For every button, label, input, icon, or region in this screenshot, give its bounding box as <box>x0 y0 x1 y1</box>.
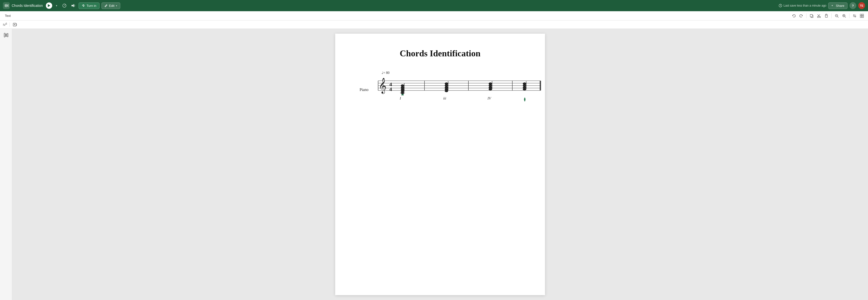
chord-label-iii: iii <box>443 96 446 100</box>
svg-rect-33 <box>862 16 864 18</box>
save-indicator: Last save less than a minute ago <box>779 4 826 7</box>
toolbar-divider-2 <box>831 13 832 18</box>
svg-rect-31 <box>862 14 864 15</box>
main-content: Chords Identification ♩= 80 Piano <box>12 29 868 300</box>
turn-in-button[interactable]: Turn in <box>79 2 99 9</box>
zoom-out-button[interactable] <box>834 13 840 19</box>
toolbar-divider-3 <box>849 13 849 18</box>
share-label: Share <box>836 4 844 7</box>
svg-rect-3 <box>8 4 8 7</box>
svg-point-78 <box>523 82 526 85</box>
main-layout: Chords Identification ♩= 80 Piano <box>0 29 868 300</box>
svg-point-59 <box>401 85 404 87</box>
save-text: Last save less than a minute ago <box>783 4 826 7</box>
left-sidebar <box>0 29 12 300</box>
svg-rect-18 <box>826 14 827 15</box>
staff-svg-wrapper[interactable]: 𝄞 4 4 <box>371 76 541 104</box>
edit-chevron-icon: ▾ <box>116 4 117 7</box>
delete-icon[interactable] <box>12 22 18 27</box>
undo-button[interactable] <box>790 13 797 19</box>
svg-point-61 <box>401 92 404 94</box>
play-button[interactable] <box>46 2 52 9</box>
chord-labels-area: I iii IV <box>371 96 541 104</box>
svg-line-23 <box>845 16 846 18</box>
top-navigation: Chords Identification ▾ Turn in Edit ▾ <box>0 0 868 11</box>
sheet-title: Chords Identification <box>355 48 526 59</box>
main-toolbar: Text <box>0 11 868 21</box>
avatar[interactable]: TE <box>858 2 865 9</box>
svg-rect-12 <box>810 14 812 17</box>
chord-notation-label[interactable]: IV6 <box>3 23 7 27</box>
svg-rect-41 <box>7 33 8 37</box>
svg-rect-2 <box>7 5 7 7</box>
mixer-icon[interactable] <box>851 13 858 19</box>
svg-marker-4 <box>48 4 50 7</box>
svg-rect-30 <box>860 14 862 15</box>
svg-point-68 <box>445 82 448 85</box>
sec-divider <box>9 23 10 27</box>
sheet-page: Chords Identification ♩= 80 Piano <box>335 34 545 295</box>
tempo-marking: ♩= 80 <box>381 71 390 75</box>
toolbar-divider-1 <box>806 13 807 18</box>
unknown-chord-marker <box>522 97 527 102</box>
svg-line-20 <box>837 16 838 18</box>
svg-text:𝄞: 𝄞 <box>379 78 387 94</box>
playback-options-chevron[interactable]: ▾ <box>54 3 59 8</box>
svg-rect-32 <box>860 16 862 18</box>
music-area: ♩= 80 Piano 𝄞 <box>360 71 526 104</box>
svg-point-29 <box>855 16 856 17</box>
edit-label: Edit <box>109 4 115 7</box>
svg-point-73 <box>489 82 492 85</box>
audio-icon[interactable] <box>70 2 76 9</box>
turn-in-label: Turn in <box>87 4 96 7</box>
zoom-in-button[interactable] <box>841 13 847 19</box>
edit-button[interactable]: Edit ▾ <box>101 2 120 9</box>
app-logo[interactable] <box>3 2 10 9</box>
avatar-initials: TE <box>860 4 863 7</box>
help-button[interactable]: ? <box>849 2 856 9</box>
staff-svg: 𝄞 4 4 <box>371 76 541 95</box>
secondary-toolbar: IV6 <box>0 21 868 29</box>
sidebar-tools-icon[interactable] <box>2 31 10 39</box>
svg-rect-40 <box>6 34 7 36</box>
text-tool-label[interactable]: Text <box>3 13 13 19</box>
cut-button[interactable] <box>816 13 822 19</box>
chord-label-IV: IV <box>488 96 491 100</box>
paste-button[interactable] <box>823 13 830 19</box>
svg-point-16 <box>819 16 821 18</box>
staff-container: Piano 𝄞 4 4 <box>360 76 541 104</box>
svg-text:+: + <box>831 4 833 7</box>
tempo-text: ♩= 80 <box>381 71 390 75</box>
svg-rect-1 <box>6 4 6 7</box>
redo-button[interactable] <box>798 13 804 19</box>
chord-label-I: I <box>400 96 401 100</box>
svg-rect-39 <box>4 33 5 37</box>
svg-marker-7 <box>71 4 74 7</box>
svg-point-28 <box>854 14 854 15</box>
share-button[interactable]: + Share <box>828 2 847 9</box>
svg-point-15 <box>817 16 819 18</box>
metronome-icon[interactable] <box>61 2 68 9</box>
copy-button[interactable] <box>808 13 815 19</box>
help-icon: ? <box>852 4 854 7</box>
svg-point-63 <box>401 94 404 96</box>
grid-icon[interactable] <box>859 13 865 19</box>
instrument-label: Piano <box>360 88 368 92</box>
svg-text:4: 4 <box>390 86 392 92</box>
svg-line-6 <box>64 5 65 6</box>
svg-rect-0 <box>5 4 5 7</box>
document-title: Chords Identification <box>12 4 43 7</box>
